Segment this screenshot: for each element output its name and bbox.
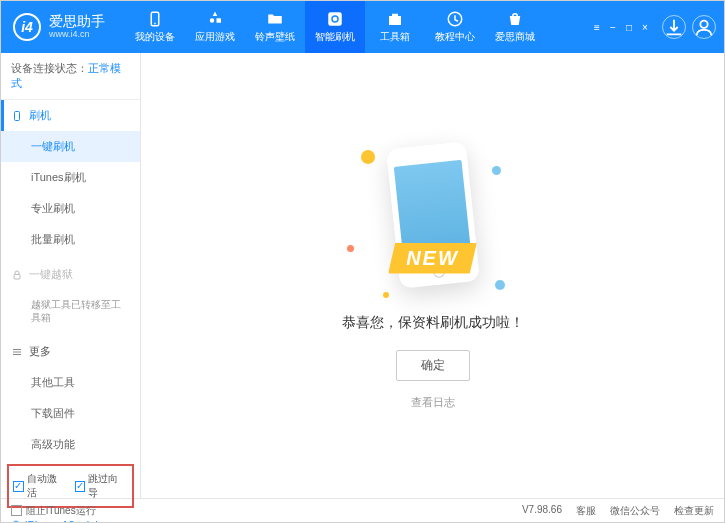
- phone-icon: [11, 518, 21, 523]
- skip-guide-checkbox[interactable]: 跳过向导: [75, 472, 129, 500]
- sidebar-options-box: 自动激活 跳过向导: [7, 464, 134, 508]
- close-icon[interactable]: ×: [638, 22, 652, 33]
- sidebar-item-batch-flash[interactable]: 批量刷机: [1, 224, 140, 255]
- app-url: www.i4.cn: [49, 30, 105, 40]
- view-log-link[interactable]: 查看日志: [411, 395, 455, 410]
- sidebar: 设备连接状态：正常模式 刷机 一键刷机 iTunes刷机 专业刷机 批量刷机 一…: [1, 53, 141, 498]
- nav-apps[interactable]: 应用游戏: [185, 1, 245, 53]
- success-illustration: NEW: [343, 142, 523, 302]
- sidebar-item-oneclick-flash[interactable]: 一键刷机: [1, 131, 140, 162]
- nav-toolbox[interactable]: 工具箱: [365, 1, 425, 53]
- window-controls: ≡ − □ ×: [590, 22, 652, 33]
- sidebar-section-more[interactable]: 更多: [1, 336, 140, 367]
- ok-button[interactable]: 确定: [396, 350, 470, 381]
- menu-icon[interactable]: ≡: [590, 22, 604, 33]
- download-button[interactable]: [662, 15, 686, 39]
- svg-rect-5: [15, 111, 20, 120]
- nav-my-device[interactable]: 我的设备: [125, 1, 185, 53]
- phone-icon: [11, 109, 23, 123]
- block-itunes-checkbox[interactable]: 阻止iTunes运行: [11, 504, 96, 518]
- lock-icon: [11, 269, 23, 281]
- device-name: iPhone 12 mini: [11, 518, 130, 523]
- svg-point-4: [700, 21, 707, 28]
- sidebar-section-jailbreak[interactable]: 一键越狱: [1, 259, 140, 290]
- sidebar-item-pro-flash[interactable]: 专业刷机: [1, 193, 140, 224]
- check-update-link[interactable]: 检查更新: [674, 504, 714, 518]
- user-button[interactable]: [692, 15, 716, 39]
- success-message: 恭喜您，保资料刷机成功啦！: [342, 314, 524, 332]
- logo-area: i4 爱思助手 www.i4.cn: [13, 13, 105, 41]
- auto-activate-checkbox[interactable]: 自动激活: [13, 472, 67, 500]
- svg-rect-6: [14, 274, 20, 279]
- minimize-icon[interactable]: −: [606, 22, 620, 33]
- titlebar-right: ≡ − □ ×: [590, 15, 716, 39]
- new-ribbon: NEW: [388, 243, 477, 274]
- nav-flash[interactable]: 智能刷机: [305, 1, 365, 53]
- tutorial-icon: [446, 10, 464, 28]
- apps-icon: [206, 10, 224, 28]
- store-icon: [506, 10, 524, 28]
- content-area: NEW 恭喜您，保资料刷机成功啦！ 确定 查看日志: [141, 53, 724, 498]
- nav-tutorial[interactable]: 教程中心: [425, 1, 485, 53]
- sidebar-item-download-fw[interactable]: 下载固件: [1, 398, 140, 429]
- device-icon: [146, 10, 164, 28]
- nav-store[interactable]: 爱思商城: [485, 1, 545, 53]
- app-name: 爱思助手: [49, 14, 105, 29]
- logo-icon: i4: [13, 13, 41, 41]
- sidebar-item-advanced[interactable]: 高级功能: [1, 429, 140, 460]
- wechat-link[interactable]: 微信公众号: [610, 504, 660, 518]
- more-icon: [11, 346, 23, 358]
- customer-service-link[interactable]: 客服: [576, 504, 596, 518]
- titlebar: i4 爱思助手 www.i4.cn 我的设备 应用游戏 铃声壁纸 智能刷机 工具…: [1, 1, 724, 53]
- maximize-icon[interactable]: □: [622, 22, 636, 33]
- folder-icon: [266, 10, 284, 28]
- refresh-icon: [326, 10, 344, 28]
- main-nav: 我的设备 应用游戏 铃声壁纸 智能刷机 工具箱 教程中心 爱思商城: [125, 1, 545, 53]
- version-label: V7.98.66: [522, 504, 562, 518]
- svg-rect-2: [328, 12, 342, 26]
- sidebar-jailbreak-note: 越狱工具已转移至工具箱: [1, 290, 140, 332]
- nav-ringtones[interactable]: 铃声壁纸: [245, 1, 305, 53]
- connection-status: 设备连接状态：正常模式: [1, 53, 140, 100]
- sidebar-item-itunes-flash[interactable]: iTunes刷机: [1, 162, 140, 193]
- sidebar-section-flash[interactable]: 刷机: [1, 100, 140, 131]
- toolbox-icon: [386, 10, 404, 28]
- sidebar-item-other-tools[interactable]: 其他工具: [1, 367, 140, 398]
